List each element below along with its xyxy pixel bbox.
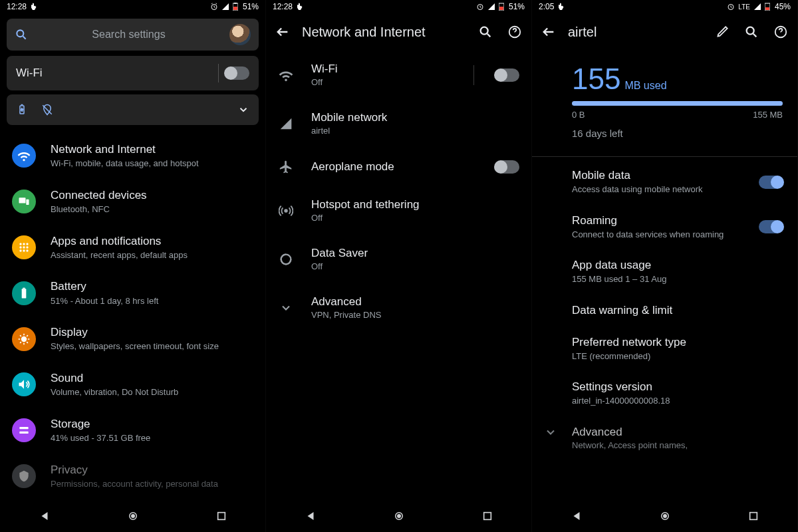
battery-icon [233, 3, 238, 11]
airplane-toggle[interactable] [495, 160, 519, 174]
item-connected[interactable]: Connected devicesBluetooth, NFC [0, 179, 265, 225]
row-mobile-network[interactable]: Mobile networkairtel [266, 99, 531, 148]
row-preferred-network[interactable]: Preferred network typeLTE (recommended) [532, 327, 797, 372]
row-title: Preferred network type [572, 336, 783, 349]
edit-button[interactable] [716, 25, 730, 39]
nav-home[interactable] [393, 510, 405, 522]
data-usage-summary: 155MB used 0 B155 MB 16 days left [532, 51, 797, 148]
row-title: Mobile network [311, 111, 519, 124]
row-sub: airtel_in-14000000008.18 [572, 395, 783, 407]
row-app-usage[interactable]: App data usage155 MB used 1 – 31 Aug [532, 249, 797, 295]
svg-point-34 [398, 515, 401, 518]
wifi-quick-card[interactable]: Wi-Fi [7, 56, 259, 90]
search-button[interactable] [478, 25, 493, 39]
svg-rect-38 [765, 7, 769, 10]
usage-max: 155 MB [753, 110, 783, 120]
hotspot-icon [278, 203, 294, 218]
item-sub: 41% used - 37.51 GB free [51, 432, 150, 444]
status-bar: 12:28 51% [266, 0, 531, 13]
status-battery: 51% [243, 2, 259, 11]
svg-point-14 [19, 249, 21, 251]
status-bar: 2:05 LTE 45% [532, 0, 797, 13]
row-advanced[interactable]: Advanced Network, Access point names, [532, 416, 797, 460]
search-settings[interactable]: Search settings [7, 19, 259, 51]
svg-rect-2 [234, 3, 237, 4]
wifi-icon [278, 68, 294, 82]
signal-icon [278, 117, 294, 130]
row-hotspot[interactable]: Hotspot and tetheringOff [266, 186, 531, 235]
nav-home[interactable] [659, 510, 671, 522]
app-bar: airtel [532, 13, 797, 51]
quick-shortcuts[interactable] [7, 94, 259, 125]
roaming-toggle[interactable] [759, 220, 783, 233]
help-button[interactable] [507, 25, 522, 39]
row-sub: Network, Access point names, [572, 440, 783, 450]
row-settings-version[interactable]: Settings versionairtel_in-14000000008.18 [532, 371, 797, 416]
privacy-icon [12, 464, 36, 488]
svg-point-9 [23, 243, 25, 245]
item-network[interactable]: Network and InternetWi-Fi, mobile, data … [0, 133, 265, 179]
devices-icon [12, 190, 36, 213]
row-data-warning[interactable]: Data warning & limit [532, 295, 797, 327]
row-title: Wi-Fi [311, 63, 454, 76]
usage-min: 0 B [572, 110, 585, 120]
row-aeroplane[interactable]: Aeroplane mode [266, 148, 531, 186]
status-bar: 12:28 51% [0, 0, 265, 13]
row-sub: LTE (recommended) [572, 350, 783, 362]
nav-recent[interactable] [482, 511, 493, 521]
battery-saver-icon[interactable] [16, 104, 28, 116]
row-datasaver[interactable]: Data SaverOff [266, 235, 531, 283]
touch-icon [30, 3, 38, 11]
touch-icon [557, 3, 565, 11]
signal-icon [221, 3, 229, 11]
svg-point-8 [19, 243, 21, 245]
alarm-icon [210, 3, 218, 11]
row-wifi[interactable]: Wi-FiOff [266, 51, 531, 99]
row-advanced[interactable]: AdvancedVPN, Private DNS [266, 283, 531, 332]
avatar[interactable] [229, 24, 251, 45]
nav-back[interactable] [39, 510, 51, 522]
brightness-icon [12, 327, 36, 351]
page-title: Network and Internet [302, 25, 466, 40]
help-button[interactable] [773, 25, 788, 39]
item-sound[interactable]: SoundVolume, vibration, Do Not Disturb [0, 362, 265, 408]
mobile-data-toggle[interactable] [759, 176, 783, 189]
svg-point-23 [132, 515, 135, 518]
chevron-down-icon[interactable] [237, 104, 249, 116]
item-apps[interactable]: Apps and notificationsAssistant, recent … [0, 225, 265, 271]
row-mobile-data[interactable]: Mobile dataAccess data using mobile netw… [532, 160, 797, 205]
svg-point-13 [26, 246, 28, 248]
svg-point-16 [26, 249, 28, 251]
row-title: Roaming [572, 214, 749, 227]
back-button[interactable] [275, 25, 290, 39]
nav-bar [0, 500, 265, 532]
item-display[interactable]: DisplayStyles, wallpapers, screen timeou… [0, 316, 265, 362]
nav-recent[interactable] [216, 511, 227, 521]
nav-recent[interactable] [748, 511, 759, 521]
usage-value: 155 [572, 63, 620, 96]
row-sub: airtel [311, 126, 519, 136]
item-title: Storage [51, 417, 150, 431]
nav-back[interactable] [571, 510, 583, 522]
item-storage[interactable]: Storage41% used - 37.51 GB free [0, 408, 265, 454]
row-sub: Off [311, 213, 519, 223]
battery-icon [499, 3, 504, 11]
wifi-toggle[interactable] [495, 68, 519, 82]
nav-back[interactable] [305, 510, 317, 522]
usage-bar [572, 101, 783, 106]
nav-home[interactable] [127, 510, 139, 522]
svg-rect-17 [22, 289, 27, 298]
row-roaming[interactable]: RoamingConnect to data services when roa… [532, 205, 797, 250]
location-off-icon[interactable] [41, 104, 53, 116]
row-sub: Off [311, 261, 519, 271]
row-title: Settings version [572, 380, 783, 394]
item-privacy[interactable]: PrivacyPermissions, account activity, pe… [0, 454, 265, 499]
search-button[interactable] [744, 25, 759, 39]
row-title: Aeroplane mode [311, 160, 478, 174]
wifi-toggle[interactable] [225, 66, 249, 80]
row-sub: Off [311, 77, 454, 87]
item-sub: 51% - About 1 day, 8 hrs left [51, 295, 158, 307]
datasaver-icon [278, 252, 294, 267]
back-button[interactable] [541, 25, 556, 39]
item-battery[interactable]: Battery51% - About 1 day, 8 hrs left [0, 270, 265, 316]
